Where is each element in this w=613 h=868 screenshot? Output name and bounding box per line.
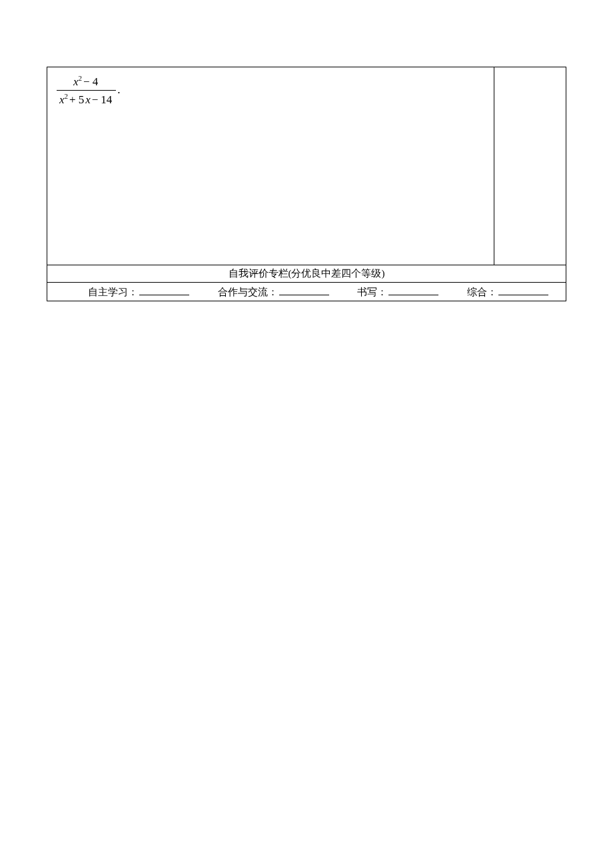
eval-item-coop: 合作与交流： xyxy=(218,285,329,299)
worksheet-table: x2−4 x2+5x−14 . 自我评价专栏(分优良中差四个等级) 自主学习： … xyxy=(47,67,566,301)
eval-item-study: 自主学习： xyxy=(88,285,189,299)
math-expression: x2−4 x2+5x−14 . xyxy=(54,73,121,107)
side-empty-cell xyxy=(494,67,566,265)
blank-overall[interactable] xyxy=(498,285,548,295)
eval-item-overall: 综合： xyxy=(467,285,548,299)
blank-writing[interactable] xyxy=(388,285,438,295)
self-eval-items-cell: 自主学习： 合作与交流： 书写： 综合： xyxy=(47,283,566,301)
eval-label-coop: 合作与交流： xyxy=(218,287,278,297)
self-eval-header-row: 自我评价专栏(分优良中差四个等级) xyxy=(47,265,566,283)
self-eval-header: 自我评价专栏(分优良中差四个等级) xyxy=(47,265,566,283)
blank-study[interactable] xyxy=(139,285,189,295)
blank-coop[interactable] xyxy=(279,285,329,295)
eval-item-writing: 书写： xyxy=(357,285,438,299)
self-eval-items-row: 自主学习： 合作与交流： 书写： 综合： xyxy=(47,283,566,301)
eval-label-writing: 书写： xyxy=(357,287,387,297)
content-row: x2−4 x2+5x−14 . xyxy=(47,67,566,265)
eval-label-study: 自主学习： xyxy=(88,287,138,297)
eval-label-overall: 综合： xyxy=(467,287,497,297)
main-content-cell: x2−4 x2+5x−14 . xyxy=(47,67,494,265)
worksheet-page: x2−4 x2+5x−14 . 自我评价专栏(分优良中差四个等级) 自主学习： … xyxy=(0,0,613,868)
